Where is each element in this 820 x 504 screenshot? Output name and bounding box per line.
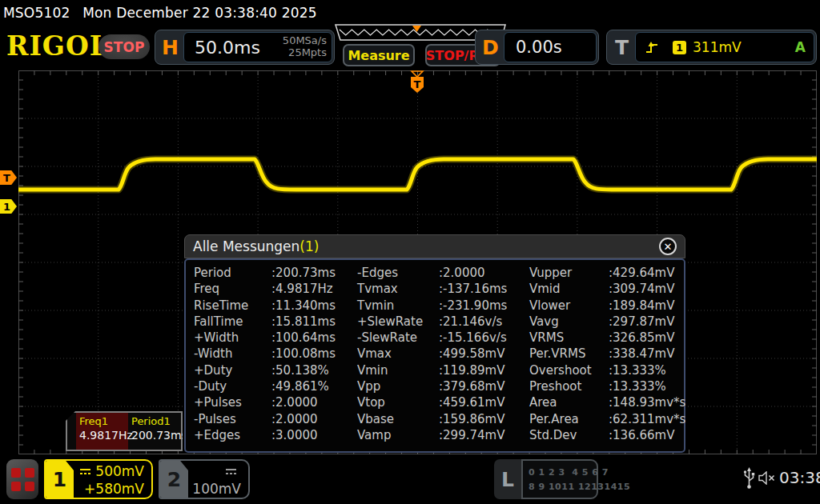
measurement-value: :-15.166v/s — [439, 330, 529, 346]
measurement-name: Tvmin — [357, 298, 439, 314]
measurement-value: :13.333% — [609, 379, 685, 395]
grid-icon — [11, 482, 21, 491]
measurement-value: :338.47mV — [609, 346, 685, 362]
sample-rate: 50MSa/s — [283, 35, 327, 47]
grid-icon — [11, 468, 21, 478]
measurement-name: Std.Dev — [529, 428, 609, 444]
delay-value: 0.00s — [516, 38, 562, 57]
measurement-name: FallTime — [194, 314, 271, 330]
channel1-values: 500mV +580mV — [74, 461, 151, 498]
measurement-value: :136.66mV — [609, 428, 685, 444]
close-icon[interactable]: ✕ — [659, 238, 677, 255]
logic-channel-numbers: 0 1 2 3 4 5 6 7 8 9 1011 12131415 — [521, 459, 598, 499]
measurement-name: Vmax — [357, 346, 439, 362]
measurement-name: Vtop — [357, 395, 439, 411]
measurement-name: -Pulses — [194, 412, 271, 428]
measurement-value: :299.74mV — [439, 428, 529, 444]
measurement-value: :200.73ms — [271, 266, 357, 282]
channel1-offset: +580mV — [74, 480, 144, 498]
trigger-position-label: T — [414, 78, 421, 90]
trigger-box[interactable]: T 1 311mV A — [606, 30, 817, 65]
measurement-name: Per.VRMS — [529, 346, 609, 362]
measurement-value: :15.811ms — [271, 314, 357, 330]
dc-coupling-icon — [225, 468, 237, 475]
measurement-value: :309.74mV — [609, 282, 685, 298]
model-name: MSO5102 — [3, 5, 70, 21]
rigol-logo: RIGOL — [6, 30, 109, 62]
measurement-name: -Duty — [194, 379, 271, 395]
measurement-name: Vbase — [357, 412, 439, 428]
channel2-status[interactable]: 2 100mV 0.00V — [159, 459, 250, 499]
trigger-slope-icon — [644, 39, 661, 55]
measurement-name: Vmin — [357, 363, 439, 379]
measurement-value: :189.84mV — [609, 298, 685, 314]
measurement-value: :2.0000 — [271, 412, 357, 428]
trigger-source-badge: 1 — [673, 41, 686, 54]
measurement-name: VRMS — [529, 330, 609, 346]
trigger-level-marker[interactable]: T — [0, 170, 17, 185]
trigger-sweep-mode: A — [795, 39, 806, 55]
measurement-value: :-137.16ms — [439, 282, 529, 298]
measurement-value: :499.58mV — [439, 346, 529, 362]
measurement-value: :119.89mV — [439, 363, 529, 379]
measurement-name: Per.Area — [529, 412, 609, 428]
channel1-status[interactable]: 1 500mV +580mV — [44, 459, 153, 499]
measurement-name: RiseTime — [194, 298, 271, 314]
grid-icon — [25, 468, 34, 478]
oscilloscope-screen: MSO5102 Mon December 22 03:38:40 2025 RI… — [0, 0, 820, 504]
memory-depth: 25Mpts — [283, 47, 327, 59]
measure-button[interactable]: Measure — [343, 44, 415, 66]
measurement-value: :-231.90ms — [439, 298, 529, 314]
timebase-scale: 50.0ms — [195, 38, 260, 58]
usb-icon — [743, 467, 755, 490]
sample-rate-block: 50MSa/s 25Mpts — [283, 35, 327, 59]
measurement-name: +Pulses — [194, 395, 271, 411]
speaker-muted-icon — [758, 471, 776, 485]
measurement-name: -SlewRate — [357, 330, 439, 346]
channel1-position-marker[interactable]: 1 — [0, 199, 17, 214]
logic-row-2: 8 9 1011 12131415 — [529, 482, 630, 492]
measurement-name: Vpp — [357, 379, 439, 395]
measurement-name: Vlower — [529, 298, 609, 314]
measurement-value: :2.0000 — [271, 395, 357, 411]
measurement-name: Period — [194, 266, 271, 282]
trigger-label: T — [609, 32, 635, 62]
period1-value: 200.73ms — [131, 429, 187, 442]
measurement-value: :459.61mV — [439, 395, 529, 411]
freq1-chip[interactable]: Freq1 4.9817Hz — [76, 413, 128, 450]
measurement-name: +Duty — [194, 363, 271, 379]
measurement-value: :49.861% — [271, 379, 357, 395]
measurement-value: :3.0000 — [271, 428, 357, 444]
measurement-name: -Edges — [357, 266, 439, 282]
dc-coupling-icon — [79, 468, 91, 475]
freq1-label: Freq1 — [79, 415, 127, 427]
measurements-table: Period:200.73ms-Edges:2.0000Vupper:429.6… — [184, 258, 685, 453]
measurement-value: :4.9817Hz — [271, 282, 357, 298]
channel1-badge: 1 — [46, 461, 74, 498]
measurement-chips: Freq1 4.9817Hz Period1 200.73ms — [66, 411, 183, 451]
acquisition-state-badge: STOP — [98, 34, 150, 59]
titlebar: MSO5102 Mon December 22 03:38:40 2025 — [3, 5, 325, 21]
measurement-name: Vupper — [529, 266, 609, 282]
horizontal-delay-box[interactable]: D 0.00s — [475, 30, 599, 65]
measurement-name: Area — [529, 395, 609, 411]
measurement-name: Vamp — [357, 428, 439, 444]
panel-count: (1) — [299, 238, 319, 254]
all-measurements-panel: Period:200.73ms-Edges:2.0000Vupper:429.6… — [184, 234, 685, 453]
clock-time: 03:38 — [779, 468, 820, 487]
period1-chip[interactable]: Period1 200.73ms — [128, 413, 189, 450]
menu-grid-button[interactable] — [6, 459, 38, 499]
measurement-value: :50.138% — [271, 363, 357, 379]
measurement-name: +SlewRate — [357, 314, 439, 330]
measurement-name: Vavg — [529, 314, 609, 330]
panel-header[interactable]: Alle Messungen (1) ✕ — [184, 234, 685, 258]
logic-channels-status[interactable]: L 0 1 2 3 4 5 6 7 8 9 1011 12131415 — [494, 459, 598, 499]
measurement-value: :21.146v/s — [439, 314, 529, 330]
datetime: Mon December 22 03:38:40 2025 — [82, 5, 317, 21]
measurement-value: :379.68mV — [439, 379, 529, 395]
channel1-scale: 500mV — [95, 463, 144, 479]
measurement-value: :148.93mv*s — [609, 395, 685, 411]
horizontal-timebase-box[interactable]: H 50.0ms 50MSa/s 25Mpts — [155, 30, 335, 65]
measurement-value: :11.340ms — [271, 298, 357, 314]
measurement-name: Vmid — [529, 282, 609, 298]
